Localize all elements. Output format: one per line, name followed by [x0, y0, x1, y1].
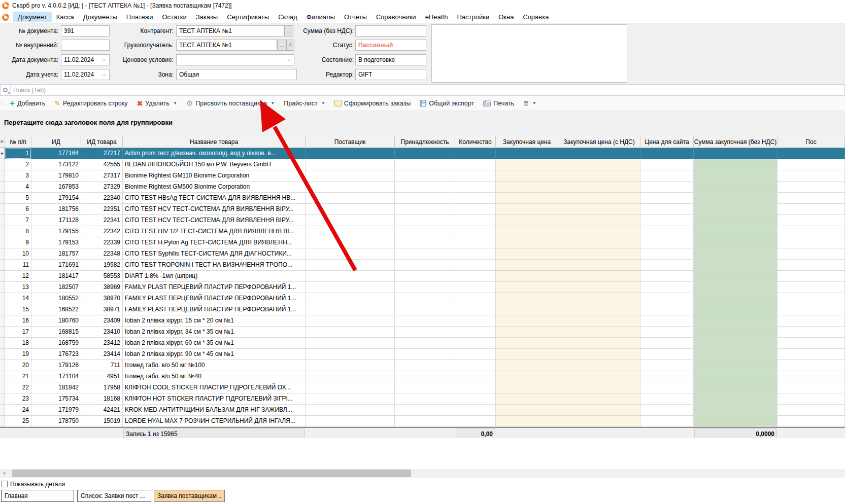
cell-empty[interactable]: [640, 260, 694, 271]
cell-row-number[interactable]: 18: [5, 338, 31, 349]
cell-empty[interactable]: [306, 282, 395, 293]
cell-empty[interactable]: [640, 304, 694, 315]
cell-row-number[interactable]: 3: [5, 170, 31, 182]
cell-product-name[interactable]: CITO TEST Syphilis ТЕСТ-СИСТЕМА ДЛЯ ДІАГ…: [123, 248, 306, 260]
menu-item-Документы[interactable]: Документы: [79, 12, 122, 22]
cell-product-name[interactable]: FAMILY PLAST ПЕРЦЕВИЙ ПЛАСТИР ПЕРФОРОВАН…: [123, 293, 306, 304]
cell-empty[interactable]: [455, 405, 496, 416]
menu-item-Окна[interactable]: Окна: [494, 12, 518, 22]
cell-empty[interactable]: [395, 148, 455, 159]
cell-empty[interactable]: [558, 293, 640, 304]
column-header[interactable]: Закупочная цена (с НДС): [558, 136, 640, 148]
cell-product-id[interactable]: 38969: [81, 282, 123, 293]
zone-field[interactable]: Общая: [176, 69, 297, 80]
cell-empty[interactable]: [778, 393, 845, 405]
cell-empty[interactable]: [395, 304, 455, 315]
cell-product-id[interactable]: 18168: [81, 393, 123, 405]
cell-row-number[interactable]: 7: [5, 215, 31, 226]
menu-item-Справка[interactable]: Справка: [518, 12, 553, 22]
cell-id[interactable]: 181756: [31, 204, 81, 215]
menu-item-Платежи[interactable]: Платежи: [122, 12, 158, 22]
cell-empty[interactable]: [306, 327, 395, 338]
cell-empty[interactable]: [694, 237, 778, 248]
cell-product-id[interactable]: 23409: [81, 315, 123, 327]
cell-empty[interactable]: [640, 148, 694, 159]
menu-item-eHealth[interactable]: eHealth: [421, 12, 453, 22]
cell-empty[interactable]: [694, 304, 778, 315]
menu-item-Филиалы[interactable]: Филиалы: [302, 12, 340, 22]
cell-product-name[interactable]: КЛІФТОН HOT STICKER ПЛАСТИР ГІДРОГЕЛЕВИЙ…: [123, 393, 306, 405]
cell-empty[interactable]: [558, 304, 640, 315]
tab-main[interactable]: Главная: [1, 490, 74, 502]
price-list-button[interactable]: Прайс-лист▼: [280, 98, 328, 109]
cell-empty[interactable]: [395, 215, 455, 226]
assign-suppliers-button[interactable]: ⚙Присвоить поставщиков▼: [183, 98, 278, 109]
cell-empty[interactable]: [455, 204, 496, 215]
cell-empty[interactable]: [306, 226, 395, 237]
row-indicator[interactable]: [0, 371, 5, 382]
cell-empty[interactable]: [455, 327, 496, 338]
table-row[interactable]: 1318250738969FAMILY PLAST ПЕРЦЕВИЙ ПЛАСТ…: [0, 282, 845, 293]
menu-item-Отчеты[interactable]: Отчеты: [340, 12, 371, 22]
cell-empty[interactable]: [395, 416, 455, 427]
cell-product-id[interactable]: 22340: [81, 193, 123, 204]
cell-empty[interactable]: [395, 360, 455, 371]
cell-id[interactable]: 181417: [31, 271, 81, 282]
table-row[interactable]: 217312242555BEDAN ЛІПОЛОСЬЙОН 150 мл P.W…: [0, 159, 845, 170]
column-header[interactable]: Цена для сайта: [640, 136, 694, 148]
table-row[interactable]: 817915522342CITO TEST HIV 1/2 ТЕСТ-СИСТЕ…: [0, 226, 845, 237]
cell-product-id[interactable]: 27217: [81, 148, 123, 159]
cell-empty[interactable]: [778, 360, 845, 371]
cell-empty[interactable]: [496, 315, 558, 327]
row-indicator[interactable]: [0, 237, 5, 248]
cell-empty[interactable]: [306, 204, 395, 215]
cell-product-name[interactable]: FAMILY PLAST ПЕРЦЕВИЙ ПЛАСТИР ПЕРФОРОВАН…: [123, 304, 306, 315]
cell-empty[interactable]: [496, 159, 558, 170]
consignee-field[interactable]: ТЕСТ АПТЕКА №1: [176, 40, 277, 51]
row-indicator[interactable]: [0, 393, 5, 405]
row-indicator[interactable]: [0, 293, 5, 304]
cell-empty[interactable]: [778, 338, 845, 349]
cell-empty[interactable]: [558, 215, 640, 226]
cell-empty[interactable]: [395, 371, 455, 382]
menu-item-Склад[interactable]: Склад: [274, 12, 302, 22]
cell-row-number[interactable]: 17: [5, 327, 31, 338]
cell-id[interactable]: 168522: [31, 304, 81, 315]
cell-product-name[interactable]: BEDAN ЛІПОЛОСЬЙОН 150 мл P.W. Beyvers Gm…: [123, 159, 306, 170]
show-details-checkbox[interactable]: [1, 481, 8, 487]
cell-id[interactable]: 179155: [31, 226, 81, 237]
cell-empty[interactable]: [455, 304, 496, 315]
column-header[interactable]: № п/п: [5, 136, 31, 148]
cell-empty[interactable]: [778, 271, 845, 282]
cell-id[interactable]: 180760: [31, 315, 81, 327]
cell-row-number[interactable]: 12: [5, 271, 31, 282]
table-row[interactable]: 1418055238970FAMILY PLAST ПЕРЦЕВИЙ ПЛАСТ…: [0, 293, 845, 304]
cell-empty[interactable]: [558, 260, 640, 271]
cell-empty[interactable]: [640, 405, 694, 416]
row-indicator[interactable]: [0, 304, 5, 315]
cell-empty[interactable]: [640, 338, 694, 349]
cell-empty[interactable]: [558, 371, 640, 382]
cell-empty[interactable]: [778, 248, 845, 260]
cell-empty[interactable]: [558, 248, 640, 260]
cell-row-number[interactable]: 4: [5, 182, 31, 193]
contractor-field[interactable]: ТЕСТ АПТЕКА №1: [176, 25, 284, 37]
cell-empty[interactable]: [306, 182, 395, 193]
cell-empty[interactable]: [455, 271, 496, 282]
cell-product-id[interactable]: 27317: [81, 170, 123, 182]
cell-empty[interactable]: [694, 271, 778, 282]
cell-empty[interactable]: [640, 293, 694, 304]
cell-empty[interactable]: [496, 304, 558, 315]
cell-id[interactable]: 179126: [31, 360, 81, 371]
cell-empty[interactable]: [694, 260, 778, 271]
cell-product-id[interactable]: 42555: [81, 159, 123, 170]
row-indicator[interactable]: [0, 416, 5, 427]
cell-empty[interactable]: [395, 170, 455, 182]
column-header[interactable]: Поставщик: [306, 136, 395, 148]
cell-empty[interactable]: [778, 170, 845, 182]
cell-product-name[interactable]: Ioban 2 плівка хірург. 34 см * 35 см №1: [123, 327, 306, 338]
cell-empty[interactable]: [640, 193, 694, 204]
cell-empty[interactable]: [640, 271, 694, 282]
column-header[interactable]: Закупочная цена: [496, 136, 558, 148]
cell-empty[interactable]: [395, 382, 455, 393]
